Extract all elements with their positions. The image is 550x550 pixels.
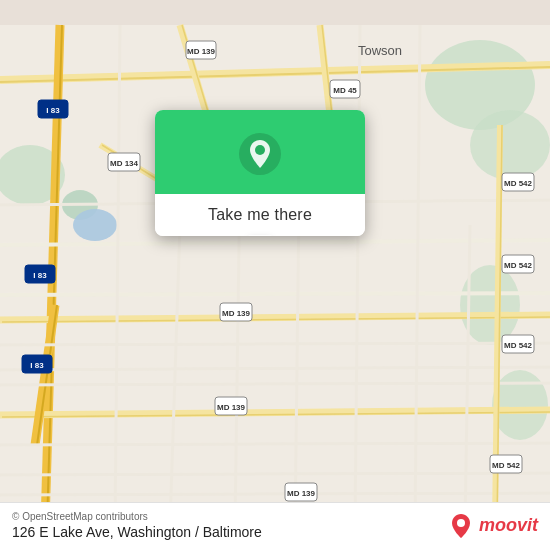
moovit-pin-icon [447, 512, 475, 540]
svg-text:MD 542: MD 542 [504, 341, 533, 350]
copyright-text: © OpenStreetMap contributors [12, 511, 262, 522]
svg-text:I 83: I 83 [33, 271, 47, 280]
svg-point-70 [255, 145, 265, 155]
svg-point-2 [470, 110, 550, 180]
svg-point-7 [73, 209, 117, 241]
popup-card: Take me there [155, 110, 365, 236]
svg-text:Towson: Towson [358, 43, 402, 58]
popup-green-area [155, 110, 365, 194]
moovit-logo: moovit [447, 512, 538, 540]
svg-text:I 83: I 83 [46, 106, 60, 115]
svg-text:I 83: I 83 [30, 361, 44, 370]
svg-text:MD 139: MD 139 [287, 489, 316, 498]
svg-text:MD 139: MD 139 [222, 309, 251, 318]
svg-text:MD 139: MD 139 [187, 47, 216, 56]
info-bar: © OpenStreetMap contributors 126 E Lake … [0, 502, 550, 550]
svg-line-32 [0, 493, 550, 495]
svg-text:MD 134: MD 134 [110, 159, 139, 168]
moovit-logo-text: moovit [479, 515, 538, 536]
svg-point-71 [457, 519, 465, 527]
address-text: 126 E Lake Ave, Washington / Baltimore [12, 524, 262, 540]
map-container: MD 139 MD 45 I 83 MD 134 MD 542 MD 542 M… [0, 0, 550, 550]
svg-line-31 [0, 473, 550, 475]
svg-text:MD 139: MD 139 [217, 403, 246, 412]
map-background: MD 139 MD 45 I 83 MD 134 MD 542 MD 542 M… [0, 0, 550, 550]
take-me-there-button[interactable]: Take me there [155, 194, 365, 236]
svg-text:MD 45: MD 45 [333, 86, 357, 95]
svg-text:MD 542: MD 542 [504, 261, 533, 270]
location-pin-icon [238, 132, 282, 176]
svg-point-5 [492, 370, 548, 440]
svg-text:MD 542: MD 542 [492, 461, 521, 470]
svg-text:MD 542: MD 542 [504, 179, 533, 188]
info-left: © OpenStreetMap contributors 126 E Lake … [12, 511, 262, 540]
